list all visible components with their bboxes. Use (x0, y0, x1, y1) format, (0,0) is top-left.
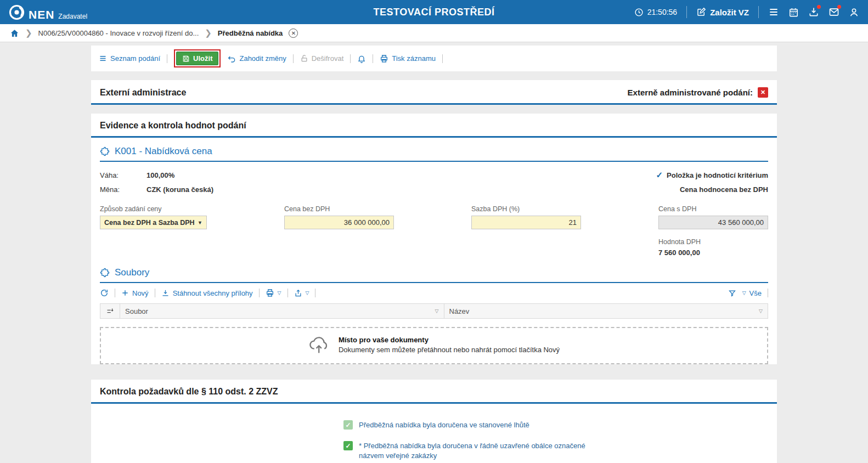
column-filter-icon[interactable]: ▽ (759, 308, 763, 314)
save-button[interactable]: Uložit (176, 52, 218, 65)
breadcrumb-separator-icon: ❯ (25, 28, 32, 38)
puzzle-icon (100, 268, 110, 278)
download-all-button[interactable]: Stáhnout všechny přílohy (161, 289, 253, 297)
evidence-header: Evidence a kontrola hodnot podání (91, 114, 777, 138)
page-content: Seznam podání Uložit Zahodit změny Dešif… (91, 46, 777, 463)
share-icon (294, 289, 302, 297)
toolbar-divider (167, 54, 167, 63)
session-clock: 21:50:56 (634, 8, 678, 17)
refresh-button[interactable] (100, 289, 109, 297)
toolbar-divider (293, 54, 294, 63)
decrypt-label: Dešifrovat (312, 54, 344, 63)
dropdown-arrow-icon: ▽ (742, 290, 746, 296)
breadcrumb-current-page: Předběžná nabídka (218, 29, 283, 37)
files-header: Soubory (100, 259, 768, 283)
menu-icon[interactable] (768, 7, 779, 18)
calendar-icon[interactable] (788, 7, 799, 18)
nen-home-link[interactable]: NEN Zadavatel (9, 4, 87, 20)
downloads-icon[interactable] (808, 7, 819, 18)
toolbar-divider (373, 54, 373, 63)
k001-title: K001 - Nabídková cena (115, 146, 212, 157)
export-button[interactable]: ▽ (294, 289, 309, 297)
dropdown-arrow-icon[interactable]: ▽ (278, 290, 281, 296)
section-title: Kontrola požadavků dle § 110 odst. 2 ZZV… (100, 387, 278, 397)
bell-icon (357, 54, 366, 63)
files-toolbar: Nový Stáhnout všechny přílohy ▽ (91, 283, 777, 302)
plus-icon (121, 289, 129, 297)
save-icon (182, 55, 190, 63)
submissions-list-button[interactable]: Seznam podání (99, 54, 160, 63)
view-filter-select[interactable]: ▽ Vše (742, 289, 762, 297)
weight-row: Váha: 100,00% ✓ Položka je hodnoticí kri… (100, 167, 768, 183)
files-title: Soubory (115, 267, 149, 278)
submissions-list-label: Seznam podání (110, 54, 160, 63)
externally-administered-flag: Externě administrované podání: ✕ (628, 87, 768, 98)
lock-icon (300, 54, 308, 63)
topbar-divider (758, 6, 759, 18)
vat-amount-label: Hodnota DPH (658, 238, 768, 246)
price-method-select[interactable]: Cena bez DPH a Sazba DPH ▼ (100, 216, 207, 229)
checkbox-delivered-on-time[interactable]: ✓ (343, 420, 353, 430)
topbar-divider (686, 6, 687, 18)
toolbar-divider (315, 289, 315, 297)
section-title: Externí administrace (100, 88, 186, 98)
vat-amount-group: Hodnota DPH 7 560 000,00 (658, 238, 768, 257)
price-incl-vat-field: 43 560 000,00 (658, 216, 768, 229)
column-settings-icon[interactable] (100, 304, 120, 318)
breadcrumb-record-link[interactable]: N006/25/V00004860 - Inovace v rozvoji ří… (38, 29, 199, 37)
checkbox-sealed-envelope[interactable]: ✓ (343, 441, 353, 450)
messages-icon[interactable] (828, 7, 839, 18)
create-vz-button[interactable]: Založit VZ (696, 7, 749, 17)
close-tab-icon[interactable]: ✕ (289, 29, 298, 38)
requirements-section: Kontrola požadavků dle § 110 odst. 2 ZZV… (91, 380, 777, 463)
flag-no-icon[interactable]: ✕ (758, 87, 768, 98)
save-label: Uložit (193, 54, 212, 63)
toolbar-divider (155, 289, 155, 297)
column-header-name[interactable]: Název ▽ (444, 304, 768, 318)
print-files-button[interactable]: ▽ (266, 289, 281, 297)
requirement-label: Předběžná nabídka byla doručena ve stano… (359, 420, 529, 430)
requirements-body: ✓ Předběžná nabídka byla doručena ve sta… (91, 404, 777, 463)
toolbar-divider (259, 289, 260, 297)
vat-rate-label: Sazba DPH (%) (471, 205, 581, 213)
column-header-file[interactable]: Soubor ▽ (120, 304, 444, 318)
top-bar: NEN Zadavatel TESTOVACÍ PROSTŘEDÍ 21:50:… (0, 0, 868, 24)
vat-rate-group: Sazba DPH (%) 21 (471, 205, 581, 229)
filter-button[interactable] (728, 289, 736, 297)
printer-icon (380, 54, 388, 63)
decrypt-button: Dešifrovat (300, 54, 344, 63)
price-method-label: Způsob zadání ceny (100, 205, 207, 213)
dropdown-arrow-icon[interactable]: ▽ (306, 290, 309, 296)
file-dropzone[interactable]: Místo pro vaše dokumenty Dokumenty sem m… (100, 327, 768, 364)
price-excl-vat-input[interactable]: 36 000 000,00 (284, 216, 394, 229)
vat-amount-value: 7 560 000,00 (658, 249, 768, 257)
user-icon[interactable] (849, 7, 859, 18)
breadcrumb-separator-icon: ❯ (205, 28, 212, 38)
section-title: Evidence a kontrola hodnot podání (100, 121, 246, 131)
evaluation-note: Cena hodnocena bez DPH (680, 185, 768, 194)
printer-icon (266, 289, 274, 297)
vat-rate-input[interactable]: 21 (471, 216, 581, 229)
download-all-label: Stáhnout všechny přílohy (173, 289, 253, 297)
notifications-button[interactable] (357, 54, 366, 63)
toolbar-divider (442, 54, 443, 63)
toolbar-divider (115, 289, 115, 297)
column-filter-icon[interactable]: ▽ (435, 308, 439, 314)
discard-changes-button[interactable]: Zahodit změny (227, 54, 286, 63)
toolbar-divider (288, 289, 288, 297)
column-label: Název (449, 307, 470, 315)
chevron-down-icon: ▼ (198, 220, 202, 225)
print-record-button[interactable]: Tisk záznamu (380, 54, 436, 63)
currency-row: Měna: CZK (koruna česká) Cena hodnocena … (100, 183, 768, 196)
evidence-section: Evidence a kontrola hodnot podání K001 -… (91, 114, 777, 364)
notification-badge (837, 5, 841, 9)
criterion-note-label: Položka je hodnoticí kritérium (667, 171, 768, 179)
requirement-row-sealed-envelope: ✓ * Předběžná nabídka byla doručena v řá… (343, 441, 768, 461)
new-file-button[interactable]: Nový (121, 289, 149, 297)
price-method-value: Cena bez DPH a Sazba DPH (104, 219, 195, 227)
requirement-row-delivered-on-time: ✓ Předběžná nabídka byla doručena ve sta… (343, 420, 768, 430)
external-administration-section: Externí administrace Externě administrov… (91, 80, 777, 105)
current-time: 21:50:56 (647, 8, 678, 16)
weight-value: 100,00% (146, 171, 174, 179)
home-icon[interactable] (10, 29, 19, 38)
